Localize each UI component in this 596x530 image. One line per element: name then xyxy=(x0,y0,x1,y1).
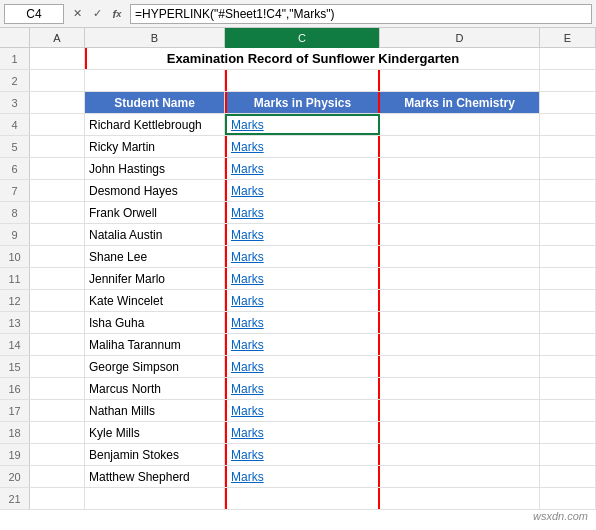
cell-a-2[interactable] xyxy=(30,70,85,91)
cell-d-20[interactable] xyxy=(380,466,540,487)
cell-c-2[interactable] xyxy=(225,70,380,91)
cell-c-17[interactable]: Marks xyxy=(225,400,380,421)
cell-b-19[interactable]: Benjamin Stokes xyxy=(85,444,225,465)
cell-d-13[interactable] xyxy=(380,312,540,333)
col-header-a[interactable]: A xyxy=(30,28,85,48)
cell-a-10[interactable] xyxy=(30,246,85,267)
cell-e-11[interactable] xyxy=(540,268,596,289)
cell-d-16[interactable] xyxy=(380,378,540,399)
cell-c-21[interactable] xyxy=(225,488,380,509)
cell-e-7[interactable] xyxy=(540,180,596,201)
cell-a-15[interactable] xyxy=(30,356,85,377)
marks-link[interactable]: Marks xyxy=(231,272,264,286)
cell-a-13[interactable] xyxy=(30,312,85,333)
cell-a-16[interactable] xyxy=(30,378,85,399)
cell-d-4[interactable] xyxy=(380,114,540,135)
cell-d-9[interactable] xyxy=(380,224,540,245)
cell-d-15[interactable] xyxy=(380,356,540,377)
marks-link[interactable]: Marks xyxy=(231,228,264,242)
cell-e-6[interactable] xyxy=(540,158,596,179)
cell-c-11[interactable]: Marks xyxy=(225,268,380,289)
cell-d-2[interactable] xyxy=(380,70,540,91)
marks-link[interactable]: Marks xyxy=(231,360,264,374)
cell-d-18[interactable] xyxy=(380,422,540,443)
cell-b-14[interactable]: Maliha Tarannum xyxy=(85,334,225,355)
marks-link[interactable]: Marks xyxy=(231,426,264,440)
cell-e-14[interactable] xyxy=(540,334,596,355)
formula-input[interactable]: =HYPERLINK("#Sheet1!C4","Marks") xyxy=(130,4,592,24)
cell-e-9[interactable] xyxy=(540,224,596,245)
cell-b-10[interactable]: Shane Lee xyxy=(85,246,225,267)
marks-link[interactable]: Marks xyxy=(231,316,264,330)
cell-b-17[interactable]: Nathan Mills xyxy=(85,400,225,421)
cell-c-12[interactable]: Marks xyxy=(225,290,380,311)
cell-e-4[interactable] xyxy=(540,114,596,135)
cell-e-3[interactable] xyxy=(540,92,596,113)
cell-e-16[interactable] xyxy=(540,378,596,399)
cell-d-21[interactable] xyxy=(380,488,540,509)
cell-b-15[interactable]: George Simpson xyxy=(85,356,225,377)
cell-a-18[interactable] xyxy=(30,422,85,443)
cell-c-20[interactable]: Marks xyxy=(225,466,380,487)
cell-a-17[interactable] xyxy=(30,400,85,421)
function-icon[interactable]: fx xyxy=(108,5,126,23)
cell-b-13[interactable]: Isha Guha xyxy=(85,312,225,333)
cell-e-8[interactable] xyxy=(540,202,596,223)
marks-link[interactable]: Marks xyxy=(231,338,264,352)
cell-a-3[interactable] xyxy=(30,92,85,113)
marks-link[interactable]: Marks xyxy=(231,470,264,484)
cell-a-12[interactable] xyxy=(30,290,85,311)
cell-d-12[interactable] xyxy=(380,290,540,311)
cell-a-1[interactable] xyxy=(30,48,85,69)
marks-link[interactable]: Marks xyxy=(231,140,264,154)
marks-link[interactable]: Marks xyxy=(231,382,264,396)
cell-d-5[interactable] xyxy=(380,136,540,157)
col-header-e[interactable]: E xyxy=(540,28,596,48)
cell-d-10[interactable] xyxy=(380,246,540,267)
cell-e-2[interactable] xyxy=(540,70,596,91)
cell-c-4[interactable]: Marks xyxy=(225,114,380,135)
cell-b-20[interactable]: Matthew Shepherd xyxy=(85,466,225,487)
cell-c-14[interactable]: Marks xyxy=(225,334,380,355)
cell-e-18[interactable] xyxy=(540,422,596,443)
cell-c-6[interactable]: Marks xyxy=(225,158,380,179)
cell-a-9[interactable] xyxy=(30,224,85,245)
cell-e-21[interactable] xyxy=(540,488,596,509)
cell-d-11[interactable] xyxy=(380,268,540,289)
cell-e-13[interactable] xyxy=(540,312,596,333)
col-header-b[interactable]: B xyxy=(85,28,225,48)
cell-b-9[interactable]: Natalia Austin xyxy=(85,224,225,245)
col-header-c[interactable]: C xyxy=(225,28,380,48)
cell-e-5[interactable] xyxy=(540,136,596,157)
cell-a-20[interactable] xyxy=(30,466,85,487)
cell-c-10[interactable]: Marks xyxy=(225,246,380,267)
cell-b-11[interactable]: Jennifer Marlo xyxy=(85,268,225,289)
cancel-icon[interactable]: ✕ xyxy=(68,5,86,23)
cell-c-18[interactable]: Marks xyxy=(225,422,380,443)
cell-c-13[interactable]: Marks xyxy=(225,312,380,333)
cell-reference-box[interactable]: C4 xyxy=(4,4,64,24)
cell-d-19[interactable] xyxy=(380,444,540,465)
cell-a-4[interactable] xyxy=(30,114,85,135)
cell-e-19[interactable] xyxy=(540,444,596,465)
cell-a-14[interactable] xyxy=(30,334,85,355)
cell-c-15[interactable]: Marks xyxy=(225,356,380,377)
cell-d-6[interactable] xyxy=(380,158,540,179)
cell-b-12[interactable]: Kate Wincelet xyxy=(85,290,225,311)
cell-a-19[interactable] xyxy=(30,444,85,465)
marks-link[interactable]: Marks xyxy=(231,162,264,176)
cell-c-7[interactable]: Marks xyxy=(225,180,380,201)
cell-e-20[interactable] xyxy=(540,466,596,487)
col-header-d[interactable]: D xyxy=(380,28,540,48)
cell-b-16[interactable]: Marcus North xyxy=(85,378,225,399)
cell-c-5[interactable]: Marks xyxy=(225,136,380,157)
cell-a-11[interactable] xyxy=(30,268,85,289)
cell-b-6[interactable]: John Hastings xyxy=(85,158,225,179)
cell-b-21[interactable] xyxy=(85,488,225,509)
confirm-icon[interactable]: ✓ xyxy=(88,5,106,23)
cell-d-17[interactable] xyxy=(380,400,540,421)
marks-link[interactable]: Marks xyxy=(231,448,264,462)
cell-a-8[interactable] xyxy=(30,202,85,223)
marks-link[interactable]: Marks xyxy=(231,118,264,132)
cell-c-9[interactable]: Marks xyxy=(225,224,380,245)
